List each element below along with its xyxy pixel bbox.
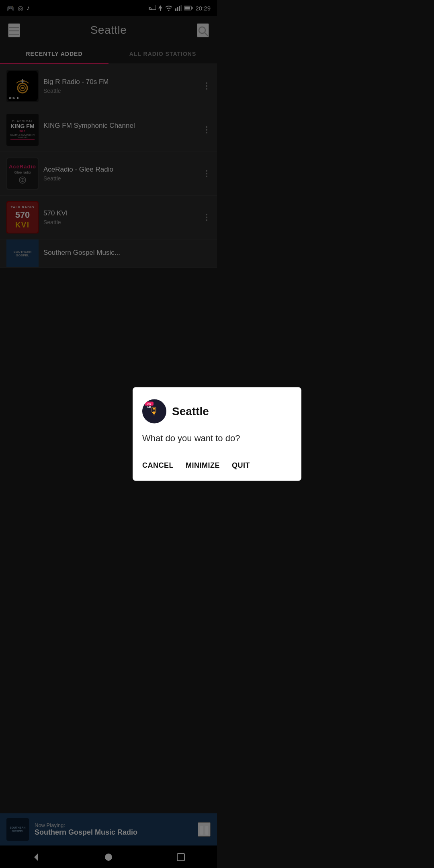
dialog-title: Seattle [172, 405, 209, 418]
dialog-header: 🎙 ON AIR Seattle [142, 399, 217, 424]
dialog: 🎙 ON AIR Seattle What do you want to do?… [133, 387, 217, 434]
station-list: BIG R Big R Radio - 70s FM Seattle CLASS… [0, 64, 217, 268]
svg-text:AIR: AIR [147, 406, 151, 408]
dialog-message: What do you want to do? [142, 433, 217, 434]
dialog-overlay [0, 0, 217, 434]
svg-text:ON: ON [147, 403, 151, 405]
dialog-logo: 🎙 ON AIR [142, 399, 166, 424]
